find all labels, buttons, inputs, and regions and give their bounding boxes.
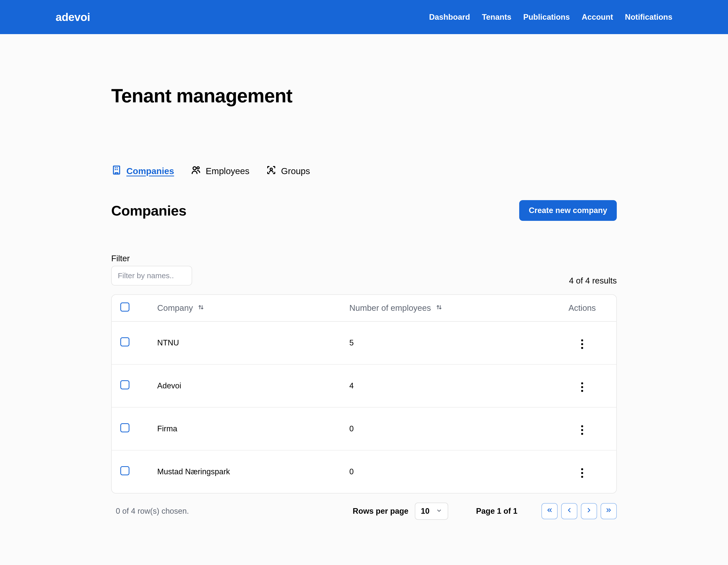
row-actions-menu[interactable]	[579, 423, 586, 437]
chevrons-right-icon	[605, 507, 612, 516]
row-company: Mustad Næringspark	[157, 450, 349, 493]
row-employees: 0	[349, 407, 548, 450]
create-company-button[interactable]: Create new company	[519, 200, 617, 221]
nav-notifications[interactable]: Notifications	[625, 13, 672, 22]
page-info: Page 1 of 1	[476, 507, 517, 516]
table-footer: 0 of 4 row(s) chosen. Rows per page 10 P…	[111, 503, 617, 520]
pager	[541, 503, 617, 519]
pager-next-button[interactable]	[581, 503, 597, 519]
chevron-down-icon	[436, 507, 442, 516]
row-employees: 0	[349, 450, 548, 493]
pager-last-button[interactable]	[601, 503, 617, 519]
nav-publications[interactable]: Publications	[523, 13, 570, 22]
filter-input[interactable]	[111, 266, 192, 285]
row-employees: 5	[349, 321, 548, 364]
column-company-label: Company	[157, 303, 193, 313]
tabs: Companies Employees Groups	[111, 165, 617, 177]
row-company: Adevoi	[157, 364, 349, 407]
table-row: NTNU5	[112, 321, 616, 364]
nav-tenants[interactable]: Tenants	[482, 13, 511, 22]
row-checkbox[interactable]	[120, 337, 129, 346]
row-employees: 4	[349, 364, 548, 407]
row-company: NTNU	[157, 321, 349, 364]
table-row: Adevoi4	[112, 364, 616, 407]
row-actions-menu[interactable]	[579, 337, 586, 351]
section-title: Companies	[111, 203, 186, 219]
sort-icon	[436, 303, 443, 313]
tab-companies[interactable]: Companies	[111, 165, 174, 177]
filter-label: Filter	[111, 254, 192, 263]
chevron-left-icon	[566, 507, 573, 516]
svg-point-3	[270, 168, 272, 170]
scan-group-icon	[266, 165, 277, 177]
rows-chosen-text: 0 of 4 row(s) chosen.	[111, 507, 353, 516]
section-header: Companies Create new company	[111, 200, 617, 221]
top-bar: adevoi Dashboard Tenants Publications Ac…	[0, 0, 728, 34]
pager-first-button[interactable]	[541, 503, 558, 519]
companies-table: Company Number of employees	[111, 294, 617, 493]
brand-logo[interactable]: adevoi	[56, 11, 90, 24]
building-icon	[111, 165, 122, 177]
rows-per-page: Rows per page 10	[353, 503, 448, 520]
filter-row: Filter 4 of 4 results	[111, 254, 617, 285]
users-icon	[191, 165, 201, 177]
column-company-sort[interactable]: Company	[157, 303, 204, 313]
chevrons-left-icon	[546, 507, 553, 516]
tab-label: Groups	[281, 166, 310, 176]
sort-icon	[197, 303, 204, 313]
table-row: Mustad Næringspark0	[112, 450, 616, 493]
chevron-right-icon	[585, 507, 593, 516]
tab-label: Companies	[126, 166, 174, 176]
column-employees-sort[interactable]: Number of employees	[349, 303, 443, 313]
row-actions-menu[interactable]	[579, 466, 586, 480]
svg-point-1	[193, 167, 196, 170]
tab-employees[interactable]: Employees	[191, 165, 249, 177]
rows-per-page-value: 10	[421, 507, 429, 516]
nav-dashboard[interactable]: Dashboard	[429, 13, 470, 22]
svg-point-2	[197, 167, 199, 169]
nav-account[interactable]: Account	[582, 13, 613, 22]
page-main: Tenant management Companies	[56, 85, 672, 565]
column-employees-label: Number of employees	[349, 303, 431, 313]
rows-per-page-label: Rows per page	[353, 507, 408, 516]
main-nav: Dashboard Tenants Publications Account N…	[429, 13, 672, 22]
row-checkbox[interactable]	[120, 466, 129, 475]
row-actions-menu[interactable]	[579, 380, 586, 394]
column-actions-label: Actions	[548, 295, 616, 321]
tab-groups[interactable]: Groups	[266, 165, 310, 177]
row-checkbox[interactable]	[120, 380, 129, 389]
tab-label: Employees	[206, 166, 249, 176]
select-all-checkbox[interactable]	[120, 302, 129, 311]
table-row: Firma0	[112, 407, 616, 450]
pager-prev-button[interactable]	[561, 503, 577, 519]
rows-per-page-select[interactable]: 10	[415, 503, 448, 520]
results-count: 4 of 4 results	[569, 276, 617, 285]
row-company: Firma	[157, 407, 349, 450]
page-title: Tenant management	[111, 85, 617, 107]
row-checkbox[interactable]	[120, 423, 129, 432]
